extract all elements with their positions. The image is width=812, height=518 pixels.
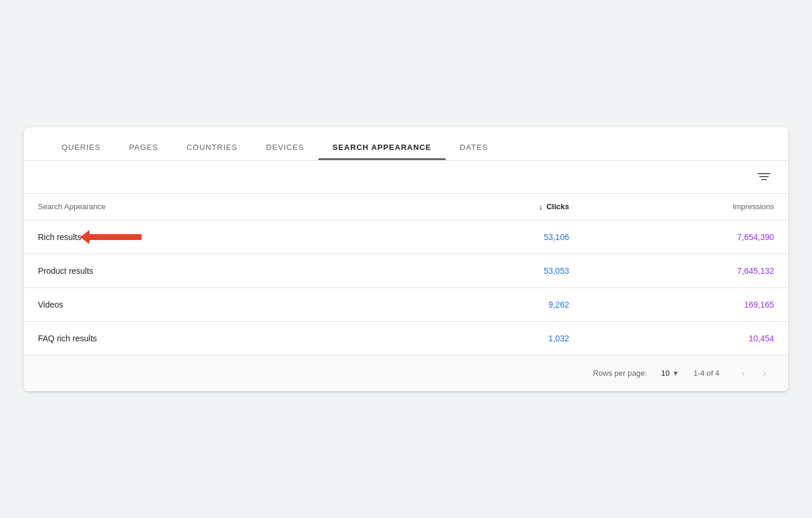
rows-per-page-label: Rows per page: <box>593 369 647 378</box>
col-header-clicks[interactable]: ↓ Clicks <box>411 194 583 220</box>
rows-dropdown-arrow-icon: ▼ <box>672 369 679 378</box>
table-row: Videos9,262169,165 <box>24 287 788 321</box>
row-impressions-rich-results: 7,654,390 <box>583 220 788 254</box>
tab-dates[interactable]: DATES <box>446 143 503 160</box>
tab-countries[interactable]: COUNTRIES <box>172 143 252 160</box>
row-name-rich-results: Rich results <box>24 220 411 254</box>
row-name-videos: Videos <box>24 287 411 321</box>
prev-page-button[interactable]: ‹ <box>734 364 753 383</box>
tab-queries[interactable]: QUERIES <box>47 143 115 160</box>
table-row: Product results53,0537,645,132 <box>24 254 788 287</box>
rows-per-page-select[interactable]: 10 ▼ <box>661 369 679 378</box>
rows-per-page-value: 10 <box>661 369 670 378</box>
col-header-name: Search Appearance <box>24 194 411 220</box>
row-name-product-results: Product results <box>24 254 411 287</box>
table-body: Rich results53,1067,654,390Product resul… <box>24 220 788 355</box>
row-name-faq-rich-results: FAQ rich results <box>24 321 411 355</box>
table-header-row: Search Appearance ↓ Clicks Impressions <box>24 194 788 220</box>
table-footer: Rows per page: 10 ▼ 1-4 of 4 ‹ › <box>24 355 788 391</box>
main-card: QUERIESPAGESCOUNTRIESDEVICESSEARCH APPEA… <box>24 127 788 391</box>
row-impressions-product-results: 7,645,132 <box>583 254 788 287</box>
tab-search-appearance[interactable]: SEARCH APPEARANCE <box>318 143 446 160</box>
sort-arrow-icon: ↓ <box>539 202 543 212</box>
row-clicks-faq-rich-results: 1,032 <box>411 321 583 355</box>
filter-row <box>24 161 788 194</box>
filter-button[interactable] <box>754 170 774 184</box>
row-impressions-videos: 169,165 <box>583 287 788 321</box>
row-clicks-rich-results: 53,106 <box>411 220 583 254</box>
table-row: FAQ rich results1,03210,454 <box>24 321 788 355</box>
tab-navigation: QUERIESPAGESCOUNTRIESDEVICESSEARCH APPEA… <box>24 127 788 161</box>
arrow-body <box>88 234 142 240</box>
page-info: 1-4 of 4 <box>693 369 720 378</box>
pagination-nav: ‹ › <box>734 364 774 383</box>
next-page-button[interactable]: › <box>755 364 774 383</box>
arrow-annotation <box>88 234 142 240</box>
tab-pages[interactable]: PAGES <box>115 143 172 160</box>
row-impressions-faq-rich-results: 10,454 <box>583 321 788 355</box>
row-clicks-product-results: 53,053 <box>411 254 583 287</box>
col-header-impressions[interactable]: Impressions <box>583 194 788 220</box>
tab-devices[interactable]: DEVICES <box>252 143 318 160</box>
row-clicks-videos: 9,262 <box>411 287 583 321</box>
table-row: Rich results53,1067,654,390 <box>24 220 788 254</box>
data-table: Search Appearance ↓ Clicks Impressions R… <box>24 194 788 355</box>
